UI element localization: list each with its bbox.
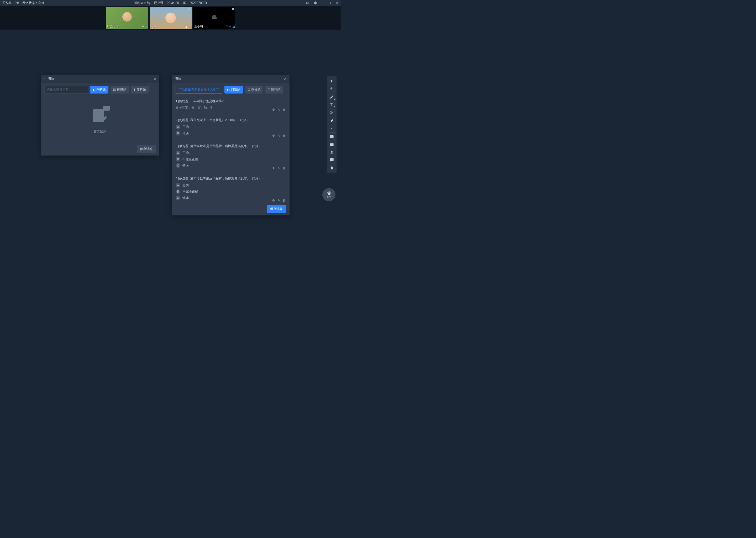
video-tile-student-2[interactable]: ✕ 王小明 [193, 7, 235, 29]
settings-icon[interactable] [313, 1, 317, 5]
question-option[interactable]: A 正确 [176, 125, 286, 129]
folder-tool[interactable] [327, 133, 337, 140]
question-title: 2 [判断题] 我国宪法上一次更新是在2020年。（2分） [176, 118, 286, 123]
chat-tool[interactable] [327, 156, 337, 164]
judge-question-button[interactable]: ◐ 判断题 [224, 86, 243, 93]
judge-icon: ◐ [227, 88, 230, 91]
raise-hand-button[interactable]: 0/2 [322, 188, 336, 201]
move-icon[interactable]: ✥ [272, 134, 275, 138]
maximize-icon[interactable] [328, 1, 332, 5]
judge-question-button[interactable]: ◐ 判断题 [90, 86, 109, 93]
delete-icon[interactable]: 🗑 [283, 134, 286, 138]
people-tool[interactable] [327, 148, 337, 156]
panel-title: 测验 [48, 77, 54, 81]
save-quiz-button[interactable]: 保存试卷 [267, 205, 286, 213]
video-tile-student-1[interactable]: ✕ Nina ◉ [150, 7, 192, 29]
video-close-icon[interactable]: ✕ [232, 7, 234, 11]
select-icon: ☑ [248, 88, 250, 91]
delete-icon[interactable]: 🗑 [283, 108, 286, 112]
option-text: 正确 [182, 151, 189, 155]
video-close-icon[interactable]: ✕ [188, 7, 191, 11]
scissors-tool[interactable] [327, 109, 337, 117]
option-badge: B [176, 189, 180, 194]
empty-text: 暂无试题 [94, 130, 106, 134]
select-question-button[interactable]: ☑ 选择题 [245, 86, 263, 93]
option-badge: C [176, 195, 180, 200]
title-bar: 丢包率：0% 网络状态：良好 神秘大自然 已上课：02:34:09 ID：202… [0, 0, 341, 6]
question-item: 3 [单选题] 施华洛世奇是反华品牌，所以梁鼎琪反华。（2分） A 正确 B 不… [176, 141, 286, 173]
signal-icon [232, 26, 235, 28]
toolbox-tool[interactable] [327, 140, 337, 148]
question-option[interactable]: B 错误 [176, 131, 286, 135]
question-title: 3 [单选题] 施华洛世奇是反华品牌，所以梁鼎琪反华。（2分） [176, 144, 286, 148]
judge-icon: ◐ [93, 88, 95, 91]
question-option[interactable]: C 错误 [176, 163, 286, 168]
edit-icon[interactable]: ✎ [277, 166, 280, 170]
close-icon[interactable]: ✕ [154, 77, 157, 81]
hand-icon [327, 191, 331, 195]
quiz-name-display[interactable]: 产品说试卷名称最多十六个字 [176, 86, 222, 93]
edit-icon[interactable]: ✎ [277, 134, 280, 138]
short-question-button[interactable]: T 简答题 [265, 86, 283, 93]
network-status: 网络状态：良好 [22, 1, 44, 5]
option-badge: C [176, 163, 180, 168]
save-quiz-button[interactable]: 保存试卷 [137, 145, 156, 153]
svg-point-8 [104, 108, 105, 108]
camera-off-icon [210, 12, 219, 24]
question-option[interactable]: C 错译 [176, 195, 286, 200]
class-time: 已上课：02:34:09 [154, 1, 179, 5]
option-badge: B [176, 157, 180, 162]
option-text: 错误 [182, 131, 189, 135]
hand-count: 0/2 [327, 196, 331, 199]
cursor-tool[interactable] [327, 77, 337, 85]
move-icon[interactable]: ✥ [272, 166, 275, 170]
question-option[interactable]: B 不完全正确 [176, 157, 286, 162]
close-icon[interactable]: ✕ [284, 77, 287, 81]
option-text: 正确 [182, 125, 189, 129]
short-question-button[interactable]: T 简答题 [131, 86, 149, 93]
select-question-button[interactable]: ☑ 选择题 [111, 86, 129, 93]
move-icon[interactable]: ✥ [272, 108, 275, 112]
question-title: 1 [简答题] 一年四季分别是哪四季? [176, 99, 286, 103]
move-icon[interactable]: ✥ [272, 198, 275, 202]
questions-list: 1 [简答题] 一年四季分别是哪四季? 参考答案：春、夏、秋、冬 ✥ ✎ 🗑 2… [172, 96, 290, 203]
more-tool[interactable] [327, 125, 337, 133]
session-id: ID：2020070324 [183, 1, 207, 5]
delete-icon[interactable]: 🗑 [283, 198, 286, 202]
panel-title: 测验 [174, 77, 181, 81]
edit-icon[interactable]: ✎ [277, 108, 280, 112]
short-icon: T [268, 88, 270, 91]
option-badge: A [176, 125, 180, 129]
video-tile-teacher[interactable]: 叮当老师 [106, 7, 148, 29]
svg-point-10 [107, 108, 108, 108]
svg-point-11 [331, 128, 332, 129]
mic-icon [142, 25, 144, 28]
question-option[interactable]: A 正确 [176, 150, 286, 155]
delete-icon[interactable]: 🗑 [283, 166, 286, 170]
video-name: 王小明 [194, 25, 203, 28]
empty-illustration-icon [88, 105, 112, 126]
edit-icon[interactable]: ✎ [277, 198, 280, 202]
move-tool[interactable] [327, 85, 337, 93]
empty-state: 暂无试题 [41, 96, 159, 142]
question-option[interactable]: A 是的 [176, 183, 286, 188]
text-tool[interactable]: T [327, 101, 337, 109]
option-badge: A [176, 183, 180, 188]
quiz-panel-empty: 测验 ✕ ◐ 判断题 ☑ 选择题 T 简答题 [41, 75, 159, 155]
option-text: 错译 [182, 196, 189, 200]
back-icon[interactable] [43, 77, 46, 81]
bell-tool[interactable] [327, 164, 337, 172]
question-option[interactable]: B 不完全正确 [176, 189, 286, 194]
question-answer: 参考答案：春、夏、秋、冬 [176, 106, 286, 110]
eraser-tool[interactable] [327, 117, 337, 125]
class-title: 神秘大自然 [134, 1, 150, 5]
option-badge: B [176, 131, 180, 135]
pen-tool[interactable] [327, 93, 337, 101]
minimize-icon[interactable] [320, 1, 324, 5]
quiz-name-input[interactable] [44, 86, 88, 93]
close-icon[interactable] [335, 1, 339, 5]
short-icon: T [134, 88, 135, 91]
tool-sidebar: T [327, 76, 337, 173]
signal-icon [188, 26, 191, 28]
camera-toggle-icon[interactable] [306, 1, 310, 5]
